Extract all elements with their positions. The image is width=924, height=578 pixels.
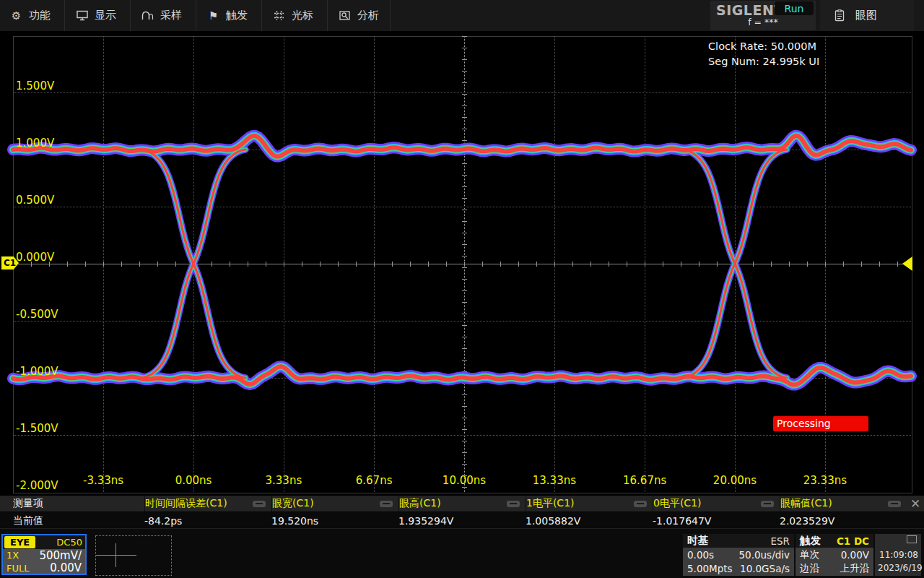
eye-tab-label: 眼图: [855, 9, 877, 22]
channel-offset: 0.00V: [50, 561, 82, 574]
measurement-header-cell[interactable]: 0电平(C1): [653, 496, 780, 512]
run-status-badge[interactable]: Run: [775, 1, 814, 15]
y-axis-tick-label: 1.000V: [16, 137, 54, 150]
x-axis-tick-label: 23.33ns: [796, 474, 854, 487]
menu-label: 分析: [357, 9, 379, 22]
remove-measurement-button[interactable]: [634, 501, 647, 507]
measurement-value-cell: 1.935294V: [398, 515, 526, 527]
eye-transition-trace: [141, 150, 245, 378]
menu-item-acquire[interactable]: 采样: [131, 0, 196, 31]
x-axis-tick-label: 20.00ns: [706, 474, 764, 487]
channel-mode-row: EYE DC50: [3, 535, 85, 549]
trigger-level-marker[interactable]: [902, 256, 912, 271]
gear-icon: ⚙: [10, 9, 22, 22]
channel-coupling: DC50: [56, 537, 82, 548]
measurement-value-cell: -1.017647V: [653, 515, 780, 527]
freq-readout: f = ***: [710, 17, 816, 27]
cursor-icon: [273, 9, 285, 22]
y-axis-tick-label: -1.500V: [16, 422, 58, 435]
trigger-box[interactable]: 触发 C1 DC 单次 0.00V 边沿 上升沿: [796, 534, 873, 576]
trigger-mode: 单次: [800, 548, 819, 561]
x-axis-tick-label: 13.33ns: [526, 474, 583, 487]
measurement-name: 1电平(C1): [526, 497, 575, 510]
x-axis-tick-label: 0.00ns: [165, 474, 222, 487]
analysis-icon: [339, 9, 351, 22]
empty-channel-slot[interactable]: [95, 535, 172, 576]
crosshair-icon: [96, 555, 136, 556]
menu-item-trigger[interactable]: ⚑ 触发: [197, 0, 262, 31]
close-measurements-button[interactable]: ✕: [907, 496, 924, 511]
x-axis-tick-label: -3.33ns: [74, 474, 132, 487]
measurement-name: 眼宽(C1): [272, 497, 314, 510]
seg-num-text: Seg Num: 24.995k UI: [708, 54, 819, 69]
status-bar: EYE DC50 1X 500mV/ FULL 0.00V 时基 ESR 0.0…: [0, 528, 924, 578]
memory-depth: 5.00Mpts: [687, 563, 733, 574]
timebase-title: 时基: [687, 534, 708, 548]
timebase-mode: ESR: [771, 535, 790, 547]
menu-item-analysis[interactable]: 分析: [328, 0, 391, 31]
eye-diagram-doc-icon: [833, 9, 845, 22]
channel-offset-row: FULL 0.00V: [3, 562, 85, 575]
timebase-row-2: 5.00Mpts 10.0GSa/s: [683, 561, 794, 575]
measurement-value-row: 当前值 -84.2ps19.520ns1.935294V1.005882V-1.…: [0, 512, 924, 529]
trigger-source: C1 DC: [837, 535, 869, 547]
remove-measurement-button[interactable]: [888, 501, 901, 507]
channel-name-badge: EYE: [4, 536, 35, 548]
menu-item-display[interactable]: 显示: [66, 0, 131, 31]
measurement-name: 眼高(C1): [399, 497, 441, 510]
measurement-header-cell[interactable]: 眼高(C1): [398, 496, 526, 512]
clock-info: Clock Rate: 50.000M Seg Num: 24.995k UI: [708, 39, 819, 69]
brand-status-box: SIGLENT Run f = ***: [710, 1, 816, 30]
timebase-title-row: 时基 ESR: [683, 534, 794, 548]
clock-rate-text: Clock Rate: 50.000M: [708, 39, 819, 54]
x-axis-tick-label: 16.67ns: [616, 474, 674, 487]
measurement-value-cell: 1.005882V: [526, 515, 653, 527]
timebase-row-1: 0.00s 50.0us/div: [683, 548, 794, 561]
y-axis-tick-label: 0.000V: [16, 251, 54, 264]
datetime-box: 11:09:08 2023/6/19: [875, 534, 921, 576]
y-axis-tick-label: 0.500V: [16, 194, 54, 207]
waveform-display: -3.33ns0.00ns3.33ns6.67ns10.00ns13.33ns1…: [0, 31, 924, 496]
tab-eye-diagram[interactable]: 眼图: [820, 0, 914, 31]
channel-info-box[interactable]: EYE DC50 1X 500mV/ FULL 0.00V: [1, 534, 87, 575]
measurement-name: 时间间隔误差(C1): [145, 497, 227, 510]
bandwidth-limit: FULL: [6, 563, 29, 574]
measurement-header-cell[interactable]: 1电平(C1): [526, 496, 653, 512]
current-value-label: 当前值: [0, 514, 144, 527]
menu-item-cursor[interactable]: 光标: [263, 0, 328, 31]
measurement-header-row: 测量项 时间间隔误差(C1)眼宽(C1)眼高(C1)1电平(C1)0电平(C1)…: [0, 496, 924, 512]
timebase-box[interactable]: 时基 ESR 0.00s 50.0us/div 5.00Mpts 10.0GSa…: [683, 534, 794, 576]
x-axis-tick-label: 6.67ns: [345, 474, 403, 487]
remove-measurement-button[interactable]: [761, 501, 774, 507]
measurement-table: 测量项 时间间隔误差(C1)眼宽(C1)眼高(C1)1电平(C1)0电平(C1)…: [0, 496, 924, 528]
trigger-type: 边沿: [800, 562, 819, 575]
measurement-value-cell: 19.520ns: [271, 515, 398, 527]
y-axis-tick-label: 1.500V: [16, 79, 54, 92]
trigger-row-2: 边沿 上升沿: [796, 561, 873, 575]
channel-scale-row: 1X 500mV/: [3, 549, 85, 562]
remove-measurement-button[interactable]: [507, 501, 520, 507]
menu-label: 光标: [292, 9, 313, 22]
trigger-row-1: 单次 0.00V: [796, 548, 873, 561]
menu-item-function[interactable]: ⚙ 功能: [0, 0, 65, 31]
remove-measurement-button[interactable]: [253, 501, 266, 507]
oscilloscope-screen: ⚙ 功能 显示 采样 ⚑ 触发 光标: [0, 0, 924, 578]
clock-time: 11:09:08: [879, 550, 918, 560]
menu-label: 触发: [226, 9, 248, 22]
measurement-value-cell: 2.023529V: [780, 515, 907, 527]
processing-banner: Processing: [773, 416, 868, 431]
remove-measurement-button[interactable]: [380, 501, 393, 507]
crosshair-icon: [116, 543, 116, 567]
trigger-title: 触发: [800, 534, 821, 548]
measurement-header-cell[interactable]: 眼幅值(C1): [780, 496, 907, 512]
y-axis-tick-label: -1.000V: [16, 365, 58, 378]
x-axis-tick-label: 3.33ns: [255, 474, 313, 487]
timebase-delay: 0.00s: [687, 549, 714, 561]
menu-bar: ⚙ 功能 显示 采样 ⚑ 触发 光标: [0, 0, 924, 32]
measurement-header-cell[interactable]: 时间间隔误差(C1): [144, 496, 271, 512]
menu-label: 采样: [160, 9, 182, 22]
measurement-header-cell[interactable]: 眼宽(C1): [271, 496, 398, 512]
measurement-items-label: 测量项: [0, 497, 144, 510]
menu-label: 显示: [95, 9, 116, 22]
menu-label: 功能: [29, 9, 51, 22]
